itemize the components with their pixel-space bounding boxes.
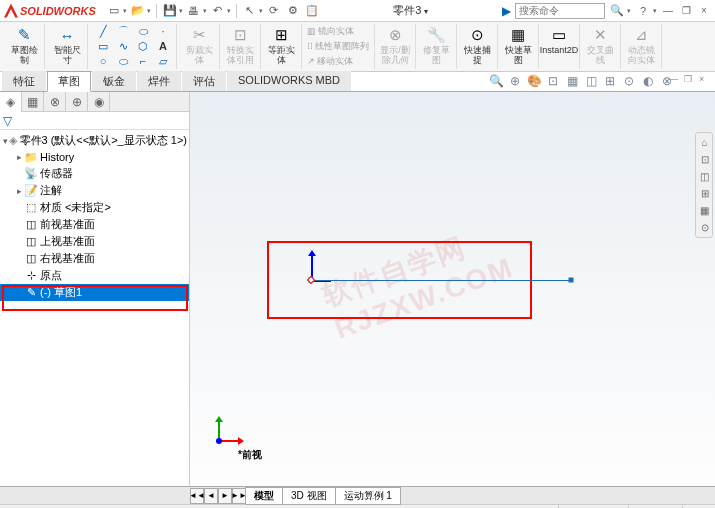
dropdown-icon[interactable]: ▾: [147, 7, 151, 15]
scroll-next-icon[interactable]: ►: [218, 488, 232, 504]
scroll-first-icon[interactable]: ◄◄: [190, 488, 204, 504]
qat-print-icon[interactable]: 🖶: [186, 3, 202, 19]
document-title: 零件3 ▾: [320, 3, 502, 18]
filter-icon[interactable]: ▽: [3, 114, 12, 128]
feature-manager-panel: ◈▦⊗⊕◉ ▽ ▾◈零件3 (默认<<默认>_显示状态 1>)▸📁History…: [0, 92, 190, 486]
taskpane-icon[interactable]: ⊞: [697, 186, 712, 201]
taskpane-icon[interactable]: ⊙: [697, 220, 712, 235]
tree-node[interactable]: ▸📝注解: [0, 182, 189, 199]
close-button[interactable]: ×: [697, 4, 711, 18]
taskpane-icon[interactable]: ▦: [697, 203, 712, 218]
bottom-tab[interactable]: 3D 视图: [282, 487, 336, 505]
ribbon-button[interactable]: ▦快速草 图: [501, 24, 535, 67]
view-tool-icon[interactable]: ⊡: [545, 73, 561, 89]
qat-options-icon[interactable]: ⚙: [285, 3, 301, 19]
minimize-button[interactable]: —: [661, 4, 675, 18]
doc-close-icon[interactable]: ×: [699, 74, 711, 86]
view-tool-icon[interactable]: ▦: [564, 73, 580, 89]
search-input[interactable]: [515, 3, 605, 19]
sidebar-tab-icon[interactable]: ⊕: [66, 92, 88, 112]
qat-select-icon[interactable]: ↖: [242, 3, 258, 19]
sketch-endpoint[interactable]: [569, 278, 574, 283]
ellipse-tool[interactable]: ⬭: [113, 54, 133, 68]
tree-root[interactable]: ▾◈零件3 (默认<<默认>_显示状态 1>): [0, 132, 189, 149]
qat-save-icon[interactable]: 💾: [162, 3, 178, 19]
circle-tool[interactable]: ○: [93, 54, 113, 68]
bottom-tab[interactable]: 模型: [245, 487, 283, 505]
tree-node[interactable]: ⬚材质 <未指定>: [0, 199, 189, 216]
qat-rebuild-icon[interactable]: ⟳: [266, 3, 282, 19]
plane-tool[interactable]: ▱: [153, 54, 173, 68]
dropdown-icon[interactable]: ▾: [203, 7, 207, 15]
doc-min-icon[interactable]: —: [669, 74, 681, 86]
view-tool-icon[interactable]: 🎨: [526, 73, 542, 89]
tree-node[interactable]: ⊹原点: [0, 267, 189, 284]
sketch-origin-marker[interactable]: [307, 276, 315, 284]
tree-node[interactable]: ◫上视基准面: [0, 233, 189, 250]
polygon-tool[interactable]: ⬡: [133, 39, 153, 53]
tab-特征[interactable]: 特征: [2, 71, 46, 91]
line-tool[interactable]: ╱: [93, 24, 113, 38]
command-tabs: 特征草图钣金焊件评估SOLIDWORKS MBD 🔍⊕🎨⊡▦◫⊞⊙◐⊗ — ❐ …: [0, 72, 715, 92]
qat-settings-icon[interactable]: 📋: [304, 3, 320, 19]
doc-restore-icon[interactable]: ❐: [684, 74, 696, 86]
view-tool-icon[interactable]: ⊙: [621, 73, 637, 89]
slot-tool[interactable]: ⬭: [133, 24, 153, 38]
sketch-button[interactable]: ✎ 草图绘 制: [7, 24, 41, 67]
tree-node[interactable]: 📡传感器: [0, 165, 189, 182]
feature-tree[interactable]: ▾◈零件3 (默认<<默认>_显示状态 1>)▸📁History📡传感器▸📝注解…: [0, 130, 189, 486]
restore-button[interactable]: ❐: [679, 4, 693, 18]
search-button-icon[interactable]: 🔍: [609, 3, 625, 19]
taskpane-icon[interactable]: ◫: [697, 169, 712, 184]
spline-tool[interactable]: ∿: [113, 39, 133, 53]
tab-草图[interactable]: 草图: [47, 71, 91, 92]
help-button[interactable]: ?: [635, 3, 651, 19]
qat-undo-icon[interactable]: ↶: [210, 3, 226, 19]
tree-node[interactable]: ◫右视基准面: [0, 250, 189, 267]
view-tool-icon[interactable]: ⊕: [507, 73, 523, 89]
arc-tool[interactable]: ⌒: [113, 24, 133, 38]
ribbon-button[interactable]: ⊞等距实 体: [264, 24, 298, 67]
sidebar-tab-icon[interactable]: ⊗: [44, 92, 66, 112]
view-tool-icon[interactable]: ⊞: [602, 73, 618, 89]
title-right-controls: ▶ 🔍▾ ?▾ — ❐ ×: [502, 3, 711, 19]
point-tool[interactable]: ·: [153, 24, 173, 38]
tree-node[interactable]: ✎(-) 草图1: [0, 284, 189, 301]
dropdown-icon[interactable]: ▾: [123, 7, 127, 15]
smart-dimension-button[interactable]: ↔ 智能尺 寸: [50, 24, 84, 67]
view-tool-icon[interactable]: ◫: [583, 73, 599, 89]
sidebar-tab-icon[interactable]: ◉: [88, 92, 110, 112]
tree-node[interactable]: ▸📁History: [0, 149, 189, 165]
dropdown-icon[interactable]: ▾: [179, 7, 183, 15]
view-tool-icon[interactable]: 🔍: [488, 73, 504, 89]
dropdown-icon[interactable]: ▾: [259, 7, 263, 15]
sidebar-tab-icon[interactable]: ◈: [0, 92, 22, 112]
app-name: SOLIDWORKS: [20, 5, 96, 17]
scroll-prev-icon[interactable]: ◄: [204, 488, 218, 504]
tab-钣金[interactable]: 钣金: [92, 71, 136, 91]
bottom-tab[interactable]: 运动算例 1: [335, 487, 401, 505]
qat-open-icon[interactable]: 📂: [130, 3, 146, 19]
tree-node[interactable]: ◫前视基准面: [0, 216, 189, 233]
qat-new-icon[interactable]: ▭: [106, 3, 122, 19]
text-tool[interactable]: A: [153, 39, 173, 53]
taskpane-icon[interactable]: ⊡: [697, 152, 712, 167]
view-orientation-label: *前视: [238, 448, 262, 462]
graphics-viewport[interactable]: 软件自学网 RJZXW.COM *前视 ⌂⊡◫⊞▦⊙: [190, 92, 715, 486]
dropdown-icon[interactable]: ▾: [227, 7, 231, 15]
tab-焊件[interactable]: 焊件: [137, 71, 181, 91]
sketch-line[interactable]: [311, 280, 571, 281]
orientation-triad[interactable]: [210, 410, 250, 450]
ribbon-button: 🔧修复草 图: [419, 24, 453, 67]
ribbon-button[interactable]: ⊙快速捕 捉: [460, 24, 494, 67]
tab-SOLIDWORKS MBD[interactable]: SOLIDWORKS MBD: [227, 71, 351, 91]
ribbon-button: ✂剪裁实 体: [182, 24, 216, 67]
rect-tool[interactable]: ▭: [93, 39, 113, 53]
scroll-last-icon[interactable]: ►►: [232, 488, 246, 504]
taskpane-icon[interactable]: ⌂: [697, 135, 712, 150]
ribbon-button[interactable]: ▭Instant2D: [542, 24, 576, 57]
tab-评估[interactable]: 评估: [182, 71, 226, 91]
view-tool-icon[interactable]: ◐: [640, 73, 656, 89]
sidebar-tab-icon[interactable]: ▦: [22, 92, 44, 112]
fillet-tool[interactable]: ⌐: [133, 54, 153, 68]
